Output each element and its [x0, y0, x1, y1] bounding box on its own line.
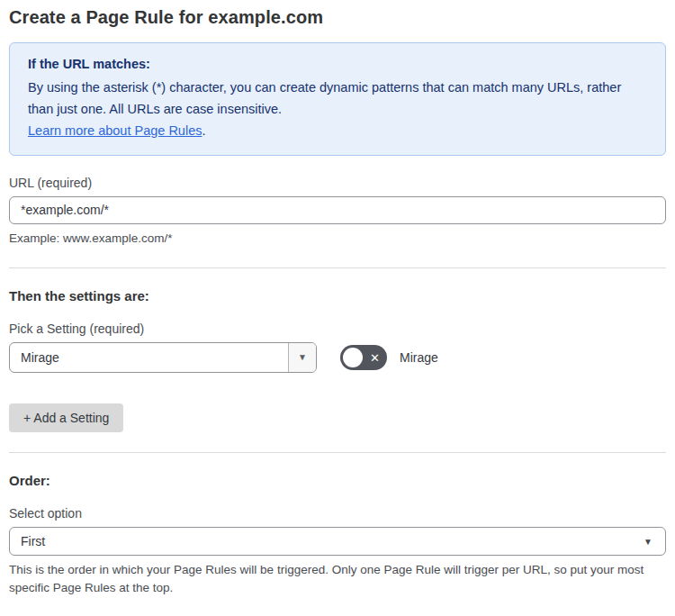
chevron-down-icon: ▼ — [644, 536, 652, 546]
page-title: Create a Page Rule for example.com — [9, 7, 666, 28]
order-helper-text: This is the order in which your Page Rul… — [9, 561, 666, 598]
url-match-info-callout: If the URL matches: By using the asteris… — [9, 42, 666, 156]
learn-more-link[interactable]: Learn more about Page Rules — [28, 123, 202, 138]
setting-picker-label: Pick a Setting (required) — [9, 322, 666, 336]
order-select-value: First — [21, 534, 45, 548]
mirage-toggle-wrap: ✕ Mirage — [340, 345, 438, 370]
order-select[interactable]: First ▼ — [9, 527, 666, 556]
setting-select[interactable]: Mirage ▼ — [9, 342, 317, 373]
setting-row: Mirage ▼ ✕ Mirage — [9, 342, 666, 373]
url-field-label: URL (required) — [9, 176, 666, 190]
url-example-helper: Example: www.example.com/* — [9, 230, 666, 248]
url-input[interactable] — [9, 196, 666, 224]
order-select-label: Select option — [9, 506, 666, 521]
order-section-heading: Order: — [9, 473, 666, 488]
mirage-toggle-label: Mirage — [400, 350, 438, 365]
add-setting-button[interactable]: + Add a Setting — [9, 403, 123, 432]
chevron-down-icon: ▼ — [298, 352, 307, 362]
setting-select-value: Mirage — [10, 343, 288, 372]
toggle-off-x-icon: ✕ — [370, 351, 380, 363]
info-body-text: By using the asterisk (*) character, you… — [28, 77, 647, 121]
info-heading: If the URL matches: — [28, 54, 647, 76]
info-link-line: Learn more about Page Rules. — [28, 121, 647, 142]
divider — [9, 267, 666, 268]
toggle-knob — [343, 348, 363, 367]
mirage-toggle[interactable]: ✕ — [340, 345, 387, 370]
link-period: . — [202, 123, 205, 138]
settings-section-heading: Then the settings are: — [9, 288, 666, 303]
setting-select-arrow-button[interactable]: ▼ — [288, 343, 316, 372]
create-page-rule-form: Create a Page Rule for example.com If th… — [0, 0, 675, 616]
divider — [9, 452, 666, 453]
